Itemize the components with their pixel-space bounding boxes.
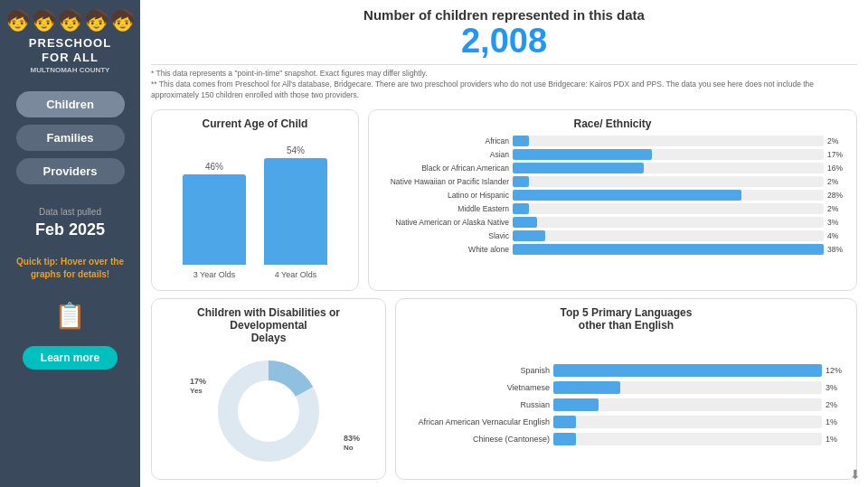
lang-bar-bg	[553, 364, 822, 377]
donut-yes-label: 17%Yes	[190, 377, 206, 395]
race-bar-fill	[513, 136, 529, 146]
bar-3yr-pct: 46%	[205, 162, 223, 172]
race-bar-bg	[513, 190, 824, 201]
age-chart-card: Current Age of Child 46% 3 Year Olds 54%…	[151, 109, 359, 291]
race-chart-title: Race/ Ethnicity	[378, 117, 847, 130]
race-bar-bg	[513, 203, 824, 214]
bar-4yr-rect	[264, 158, 327, 265]
lang-name: Chinese (Cantonese)	[405, 435, 550, 444]
lang-bar-bg	[553, 416, 822, 428]
lang-name: Spanish	[405, 366, 550, 375]
sidebar: 🧒 🧒 🧒 🧒 🧒 PRESCHOOL FOR ALL MULTNOMAH CO…	[0, 0, 140, 487]
lang-bar-fill	[553, 381, 620, 394]
language-chart-card: Top 5 Primary Languagesother than Englis…	[395, 298, 857, 480]
lang-pct: 1%	[826, 435, 847, 444]
race-pct: 17%	[827, 150, 847, 159]
age-bars: 46% 3 Year Olds 54% 4 Year Olds	[161, 136, 349, 283]
bar-3yr-label: 3 Year Olds	[193, 270, 236, 279]
race-bar-bg	[513, 176, 824, 187]
race-name: White alone	[378, 245, 509, 254]
nav-children[interactable]: Children	[16, 91, 125, 117]
note2: ** This data comes from Preschool for Al…	[151, 80, 857, 101]
race-pct: 16%	[827, 164, 847, 173]
quick-tip: Quick tip: Hover over the graphs for det…	[0, 256, 140, 281]
logo-icons: 🧒 🧒 🧒 🧒 🧒	[5, 9, 135, 33]
lang-row: Spanish 12%	[405, 364, 847, 377]
race-bar-bg	[513, 149, 824, 160]
race-row: White alone 38%	[378, 244, 847, 255]
race-pct: 28%	[827, 191, 847, 200]
logo-area: 🧒 🧒 🧒 🧒 🧒 PRESCHOOL FOR ALL MULTNOMAH CO…	[0, 9, 144, 75]
learn-more-button[interactable]: Learn more	[23, 346, 118, 370]
disability-chart-title: Children with Disabilities or Developmen…	[161, 306, 376, 344]
nav-providers[interactable]: Providers	[16, 158, 125, 184]
race-name: Black or African American	[378, 164, 509, 173]
bar-3yr-rect	[183, 174, 246, 265]
race-bar-fill	[513, 163, 644, 173]
lang-pct: 12%	[826, 366, 847, 375]
race-pct: 2%	[827, 204, 847, 213]
lang-bar-fill	[553, 433, 576, 445]
race-bar-bg	[513, 217, 824, 228]
race-name: African	[378, 136, 509, 145]
race-name: Asian	[378, 150, 509, 159]
race-name: Native Hawaiian or Pacific Islander	[378, 177, 509, 186]
data-pulled-area: Data last pulled Feb 2025	[35, 206, 105, 241]
top-charts-row: Current Age of Child 46% 3 Year Olds 54%…	[151, 109, 857, 291]
race-name: Slavic	[378, 231, 509, 240]
race-row: African 2%	[378, 136, 847, 146]
race-pct: 2%	[827, 177, 847, 186]
lang-bar-bg	[553, 398, 822, 411]
race-row: Black or African American 16%	[378, 163, 847, 173]
race-bar-fill	[513, 230, 545, 241]
lang-bar-fill	[553, 364, 822, 377]
race-row: Native Hawaiian or Pacific Islander 2%	[378, 176, 847, 187]
lang-bar-fill	[553, 416, 576, 428]
race-row: Slavic 4%	[378, 230, 847, 241]
race-row: Native American or Alaska Native 3%	[378, 217, 847, 228]
bar-4yr-label: 4 Year Olds	[275, 270, 317, 279]
bottom-charts-row: Children with Disabilities or Developmen…	[151, 298, 857, 480]
race-row: Asian 17%	[378, 149, 847, 160]
race-bar-fill	[513, 244, 824, 255]
notes: * This data represents a "point-in-time"…	[151, 64, 857, 101]
race-name: Latino or Hispanic	[378, 191, 509, 200]
race-bar-bg	[513, 230, 824, 241]
language-chart-title: Top 5 Primary Languagesother than Englis…	[405, 306, 847, 332]
lang-pct: 2%	[826, 400, 847, 409]
race-list: African 2% Asian 17% Black or African Am…	[378, 136, 847, 283]
race-bar-fill	[513, 176, 529, 187]
big-number: 2,008	[151, 23, 857, 61]
lang-pct: 3%	[826, 383, 847, 392]
race-bar-fill	[513, 217, 537, 228]
logo-title: PRESCHOOL FOR ALL MULTNOMAH COUNTY	[29, 36, 111, 75]
lang-bar-fill	[553, 398, 599, 411]
race-pct: 4%	[827, 231, 847, 240]
download-icon[interactable]: ⬇	[850, 467, 861, 482]
lang-name: Vietnamese	[405, 383, 550, 392]
donut-svg	[210, 352, 327, 470]
learn-icon: 📋	[48, 294, 93, 339]
race-name: Native American or Alaska Native	[378, 218, 509, 227]
lang-bar-bg	[553, 433, 822, 445]
bar-4yr: 54% 4 Year Olds	[264, 145, 327, 279]
race-pct: 2%	[827, 136, 847, 145]
race-name: Middle Eastern	[378, 204, 509, 213]
lang-pct: 1%	[826, 417, 847, 426]
bar-4yr-pct: 54%	[287, 145, 305, 155]
main-content: Number of children represented in this d…	[140, 0, 868, 487]
race-bar-fill	[513, 203, 529, 214]
age-chart-title: Current Age of Child	[161, 117, 349, 130]
donut-no-label: 83%No	[344, 434, 360, 452]
race-bar-fill	[513, 190, 741, 201]
lang-row: Russian 2%	[405, 398, 847, 411]
race-pct: 3%	[827, 218, 847, 227]
lang-bar-bg	[553, 381, 822, 394]
nav-families[interactable]: Families	[16, 125, 125, 151]
note1: * This data represents a "point-in-time"…	[151, 69, 857, 80]
main-title: Number of children represented in this d…	[151, 7, 857, 23]
lang-name: African American Vernacular English	[405, 417, 550, 426]
race-chart-card: Race/ Ethnicity African 2% Asian 17% Bla…	[368, 109, 857, 291]
bar-3yr: 46% 3 Year Olds	[183, 162, 246, 279]
race-bar-bg	[513, 163, 824, 173]
